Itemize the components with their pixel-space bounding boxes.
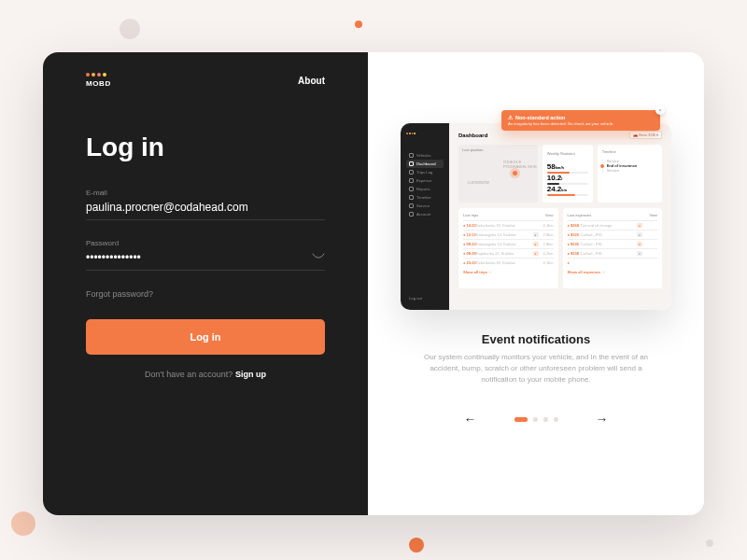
pager-dots[interactable] [514,417,558,422]
preview-side-item: Service [406,202,444,210]
promo-subtitle: Our system continually monitors your veh… [415,352,657,385]
pager-dot[interactable] [554,417,558,422]
password-field[interactable]: Password •••••••••••••• [86,239,325,271]
warning-icon: ⚠ [508,115,513,120]
preview-side-item: Vehicles [406,151,444,160]
preview-map-tile: Last position OSIEDLE PODWAWELSKIE LUDWI… [458,145,538,203]
decor-dot [120,19,140,39]
close-icon[interactable]: × [655,105,665,115]
preview-expenses-tile: Last expensesView ● $268Tire and oil cha… [563,208,663,288]
email-label: E-mail [86,189,325,197]
signup-prompt: Don't have an account? [145,370,235,379]
about-link[interactable]: About [298,76,325,86]
preview-title: Dashboard [458,133,487,138]
decor-dot [706,539,713,547]
forgot-password-link[interactable]: Forgot password? [86,289,325,299]
promo-title: Event notifications [482,332,590,346]
map-pin-icon [513,171,517,175]
preview-side-item: Reports [406,185,444,193]
decor-dot [409,538,424,553]
login-panel: MOBD About Log in E-mail paulina.procner… [43,52,368,515]
brand-logo[interactable]: MOBD [86,73,111,88]
app-card: MOBD About Log in E-mail paulina.procner… [43,52,704,515]
next-arrow[interactable]: → [596,412,609,427]
preview-side-item: Trips Log [406,168,444,176]
dashboard-preview: VehiclesDashboardTrips LogExpenseReports… [401,123,671,310]
preview-trips-tile: Last tripsView ● 14:23Szlachecka 32, Kra… [458,208,558,288]
show-password-icon[interactable] [312,252,325,262]
pager-dot[interactable] [514,417,528,422]
decor-dot [355,21,362,28]
login-button[interactable]: Log in [86,319,325,355]
preview-side-item: Timeline [406,193,444,202]
email-value[interactable]: paulina.procner@codahead.com [86,201,325,214]
preview-logout: Log out [406,296,444,301]
preview-sidebar: VehiclesDashboardTrips LogExpenseReports… [401,123,449,310]
promo-panel: VehiclesDashboardTrips LogExpenseReports… [368,52,704,515]
login-heading: Log in [86,133,325,162]
email-field[interactable]: E-mail paulina.procner@codahead.com [86,189,325,220]
signup-link[interactable]: Sign up [235,370,266,379]
carousel-pager: ← → [396,412,676,427]
decor-dot [11,511,35,536]
pager-dot[interactable] [533,417,538,422]
preview-timeline-tile: Timeline ServiceEnd of insuranceService [598,145,662,203]
preview-stats-tile: Weekly Statistics 58km/h10.2l24.2km [543,145,593,203]
preview-side-item: Dashboard [406,160,444,168]
preview-side-item: Account [406,210,444,218]
prev-arrow[interactable]: ← [464,412,477,427]
password-label: Password [86,239,325,247]
pager-dot[interactable] [543,417,548,422]
signup-row: Don't have an account? Sign up [86,370,325,379]
brand-name: MOBD [86,79,111,88]
password-value[interactable]: •••••••••••••• [86,251,325,264]
preview-side-item: Expense [406,176,444,185]
preview-filter: 🚗 Bmw 328i ▾ [629,131,662,139]
notification-toast: ⚠Non-standard action An irregularity has… [501,110,660,131]
